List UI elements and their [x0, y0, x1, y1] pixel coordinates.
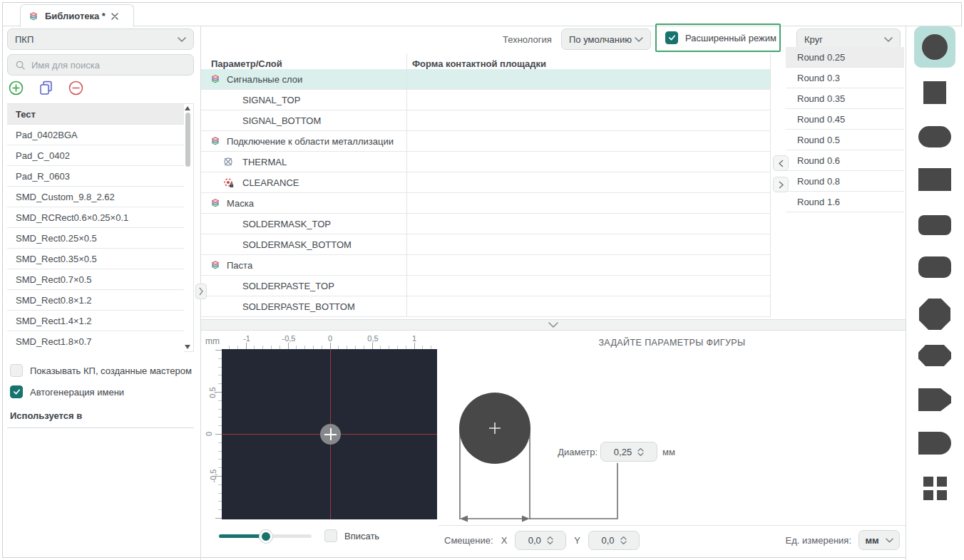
table-row-signal-bottom[interactable]: SIGNAL_BOTTOM: [201, 110, 770, 131]
variant-item[interactable]: Round 0.3: [786, 68, 904, 88]
units-select[interactable]: мм: [858, 530, 900, 550]
variant-item[interactable]: Round 0.5: [786, 130, 904, 150]
chevron-right-icon: [199, 287, 203, 296]
move-left-button[interactable]: [773, 155, 789, 171]
table-row-solderpaste-top[interactable]: SOLDERPASTE_TOP: [201, 276, 770, 296]
list-item[interactable]: SMD_Rect1.4×1.2: [7, 311, 184, 331]
spinner-arrows-icon[interactable]: [620, 536, 627, 544]
diameter-value: 0,25: [614, 447, 632, 457]
table-row-signal-layers[interactable]: Сигнальные слои: [201, 69, 770, 90]
table-row-solderpaste-bottom[interactable]: SOLDERPASTE_BOTTOM: [201, 296, 770, 317]
table-row-soldermask-top[interactable]: SOLDERMASK_TOP: [201, 214, 770, 234]
table-col-shape: Форма контактной площадки: [412, 58, 546, 69]
autoname-checkbox[interactable]: [10, 385, 23, 398]
table-row-signal-top[interactable]: SIGNAL_TOP: [201, 90, 770, 110]
offset-x-value: 0,0: [528, 535, 541, 546]
shape-params-panel: ЗАДАЙТЕ ПАРАМЕТРЫ ФИГУРЫ Диаметр: 0,25 м…: [439, 331, 906, 560]
variant-item-selected[interactable]: Round 0.25: [786, 47, 904, 68]
table-row-plane-connect[interactable]: Подключение к области металлизации: [201, 131, 770, 152]
tab-library[interactable]: Библиотека *: [20, 4, 134, 27]
layers-icon: [210, 135, 221, 147]
table-row-thermal[interactable]: THERMAL: [201, 152, 770, 172]
panel-splitter[interactable]: [201, 319, 906, 331]
list-item[interactable]: SMD_Rect0.7×0.5: [7, 269, 184, 290]
shape-half-round-button[interactable]: [914, 422, 955, 464]
add-pad-button[interactable]: [9, 81, 24, 95]
variant-item[interactable]: Round 1.6: [786, 192, 904, 212]
horizontal-ruler: -1 -0,5 0 0,5 1: [222, 333, 437, 349]
used-in-divider: [7, 427, 194, 428]
move-right-button[interactable]: [773, 177, 789, 192]
shape-oval-button[interactable]: [914, 116, 955, 157]
scroll-down-icon[interactable]: [185, 345, 190, 349]
chevron-down-icon: [886, 538, 893, 543]
list-item[interactable]: SMD_Rect0.25×0.5: [7, 228, 184, 249]
advanced-mode-highlight: Расширенный режим: [655, 24, 781, 52]
tab-title: Библиотека *: [45, 11, 106, 21]
rounded-rect-icon: [918, 215, 951, 235]
show-master-checkbox[interactable]: [10, 364, 23, 377]
scroll-up-icon[interactable]: [185, 106, 190, 110]
custom-grid-icon: [923, 477, 947, 500]
table-col-parameter: Параметр/Слой: [211, 58, 282, 69]
table-row-mask[interactable]: Маска: [201, 193, 770, 214]
variant-item[interactable]: Round 0.8: [786, 171, 904, 192]
diameter-label: Диаметр:: [524, 447, 598, 457]
technology-label: Технология: [503, 34, 552, 45]
spinner-arrows-icon[interactable]: [547, 536, 553, 544]
pad-canvas[interactable]: [222, 349, 437, 519]
diameter-spinner[interactable]: 0,25: [600, 442, 657, 462]
list-item[interactable]: Pad_R_0603: [7, 166, 184, 187]
search-input[interactable]: Имя для поиска: [7, 54, 194, 76]
close-icon[interactable]: [111, 13, 118, 20]
autoname-checkbox-row[interactable]: Автогенерация имени: [10, 385, 124, 398]
table-row-clearance[interactable]: CLEARANCE: [201, 172, 770, 193]
shape-rounded-rect-button[interactable]: [914, 204, 955, 246]
list-item[interactable]: SMD_Rect0.8×1.2: [7, 290, 184, 311]
vertical-ruler: 0,5 0 -0,5: [204, 349, 222, 519]
fit-checkbox-row[interactable]: Вписать: [324, 529, 379, 542]
shape-rectangle-button[interactable]: [914, 159, 955, 200]
shape-custom-button[interactable]: [914, 467, 955, 509]
offset-label: Смещение:: [444, 535, 493, 546]
shape-square-button[interactable]: [914, 72, 955, 113]
offset-x-spinner[interactable]: 0,0: [515, 531, 566, 550]
list-item-selected[interactable]: Тест: [7, 104, 184, 125]
fit-label: Вписать: [344, 531, 379, 541]
variant-item[interactable]: Round 0.45: [786, 109, 904, 130]
list-item[interactable]: SMD_Rect1.8×0.7: [7, 331, 184, 352]
shape-octagon-button[interactable]: [914, 294, 955, 335]
list-item[interactable]: Pad_C_0402: [7, 145, 184, 166]
thermal-icon: [222, 156, 234, 167]
list-item[interactable]: SMD_RCRect0.6×0.25×0.1: [7, 207, 184, 228]
variant-item[interactable]: Round 0.6: [786, 150, 904, 171]
autoname-label: Автогенерация имени: [30, 387, 124, 398]
spinner-arrows-icon[interactable]: [637, 448, 644, 456]
list-item[interactable]: SMD_Custom_9.8_2.62: [7, 187, 184, 207]
shape-circle-button[interactable]: [914, 26, 955, 68]
copy-pad-button[interactable]: [39, 81, 53, 95]
units-controls: Ед. измерения: мм: [786, 529, 900, 551]
table-row-soldermask-bottom[interactable]: SOLDERMASK_BOTTOM: [201, 234, 770, 255]
collapse-down-icon[interactable]: [548, 322, 558, 328]
zoom-slider-thumb[interactable]: [260, 530, 272, 543]
app-window: Библиотека * ПКП Имя для поиска Тест Pad…: [0, 0, 964, 560]
remove-pad-button[interactable]: [68, 81, 83, 95]
list-actions: [9, 81, 83, 95]
technology-select[interactable]: По умолчанию: [561, 28, 651, 50]
shape-rounded-rect-alt-button[interactable]: [914, 247, 955, 288]
pad-type-select[interactable]: ПКП: [7, 28, 194, 50]
shape-chamfered-right-button[interactable]: [914, 379, 955, 420]
advanced-mode-checkbox[interactable]: [665, 31, 678, 44]
offset-x-label: X: [501, 535, 508, 546]
list-item[interactable]: Pad_0402BGA: [7, 125, 184, 145]
list-item[interactable]: SMD_Rect0.35×0.5: [7, 249, 184, 269]
sidebar-collapse-handle[interactable]: [195, 284, 207, 299]
table-row-paste[interactable]: Паста: [201, 255, 770, 276]
shape-octagon-flat-button[interactable]: [914, 335, 955, 376]
variant-item[interactable]: Round 0.35: [786, 88, 904, 109]
list-scrollbar[interactable]: [185, 113, 190, 167]
show-master-checkbox-row[interactable]: Показывать КП, созданные мастером: [10, 364, 192, 377]
offset-y-spinner[interactable]: 0,0: [588, 531, 640, 550]
fit-checkbox[interactable]: [324, 529, 337, 542]
